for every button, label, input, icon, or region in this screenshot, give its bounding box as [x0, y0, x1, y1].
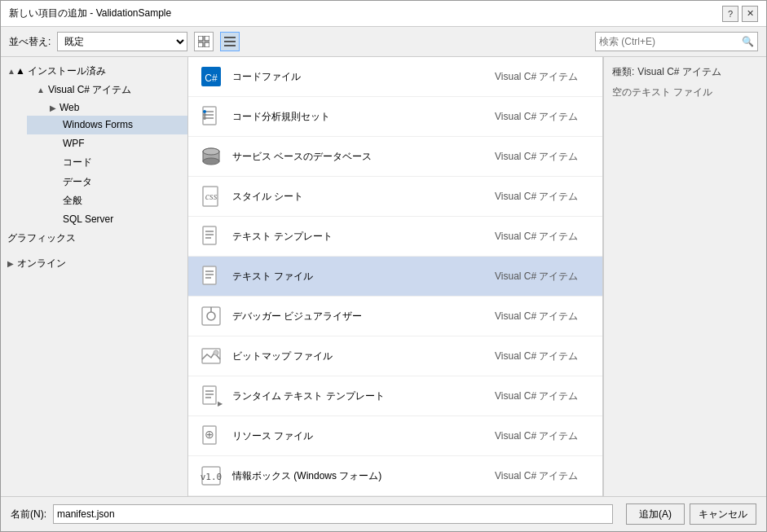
all-label: 全般: [63, 195, 82, 206]
visual-csharp-label: Visual C# アイテム: [48, 83, 131, 97]
item-category: Visual C# アイテム: [495, 389, 593, 403]
grid-icon: [198, 36, 209, 47]
item-name: ランタイム テキスト テンプレート: [232, 389, 495, 403]
list-item[interactable]: v1.0 情報ボックス (Windows フォーム) Visual C# アイテ…: [188, 456, 602, 496]
list-icon: [224, 36, 236, 47]
preview-description: 空のテキスト ファイル: [612, 86, 758, 99]
sort-select[interactable]: 既定 名前順 種類順: [57, 32, 187, 51]
search-input[interactable]: [599, 36, 742, 47]
sidebar-item-sql-server[interactable]: SQL Server: [27, 210, 187, 229]
svg-text:⊕: ⊕: [205, 428, 214, 441]
sidebar-item-data[interactable]: データ: [27, 173, 187, 191]
web-label: Web: [60, 102, 79, 113]
item-category: Visual C# アイテム: [495, 230, 593, 244]
web-header[interactable]: ▶ Web: [27, 99, 187, 116]
svg-point-19: [203, 148, 219, 155]
svg-point-15: [203, 117, 206, 120]
type-label: 種類:: [612, 65, 634, 79]
item-name: スタイル シート: [232, 190, 495, 204]
sidebar-item-all[interactable]: 全般: [27, 191, 187, 210]
title-bar: 新しい項目の追加 - ValidationSample ? ✕: [1, 1, 766, 27]
sidebar-item-windows-forms[interactable]: Windows Forms: [27, 116, 187, 134]
item-name: リソース ファイル: [232, 429, 495, 443]
item-category: Visual C# アイテム: [495, 190, 593, 204]
svg-point-13: [203, 110, 206, 113]
item-icon: v1.0: [198, 463, 224, 489]
type-value: Visual C# アイテム: [637, 65, 721, 79]
list-item[interactable]: テキスト テンプレート Visual C# アイテム: [188, 217, 602, 257]
list-item[interactable]: デバッガー ビジュアライザー Visual C# アイテム: [188, 297, 602, 336]
graphics-label: グラフィックス: [7, 232, 76, 244]
svg-point-34: [214, 350, 218, 355]
item-category: Visual C# アイテム: [495, 310, 593, 323]
svg-rect-35: [203, 386, 216, 404]
installed-expand-icon: ▲: [7, 67, 15, 76]
item-category: Visual C# アイテム: [495, 350, 593, 363]
online-header[interactable]: ▶ オンライン: [1, 254, 187, 273]
svg-rect-22: [203, 226, 216, 244]
wpf-label: WPF: [63, 138, 85, 149]
grid-view-button[interactable]: [194, 32, 214, 51]
item-name: デバッガー ビジュアライザー: [232, 310, 495, 323]
sql-server-label: SQL Server: [63, 213, 113, 225]
item-name: テキスト ファイル: [232, 270, 495, 284]
list-item[interactable]: css スタイル シート Visual C# アイテム: [188, 177, 602, 217]
item-name: テキスト テンプレート: [232, 230, 495, 244]
item-icon: C#: [198, 64, 224, 90]
svg-rect-3: [205, 42, 209, 47]
visual-csharp-section: ▲ Visual C# アイテム ▶ Web Windows Forms WPF: [1, 81, 187, 229]
list-item[interactable]: サービス ベースのデータベース Visual C# アイテム: [188, 137, 602, 177]
svg-rect-6: [224, 45, 236, 46]
sidebar-item-code[interactable]: コード: [27, 153, 187, 172]
windows-forms-label: Windows Forms: [63, 119, 133, 130]
installed-header[interactable]: ▲ ▲ インストール済み: [1, 62, 187, 81]
list-item[interactable]: ⊕ リソース ファイル Visual C# アイテム: [188, 416, 602, 456]
svg-rect-0: [198, 36, 203, 41]
visual-csharp-expand-icon: ▲: [37, 86, 45, 95]
svg-point-18: [203, 158, 219, 165]
list-view-button[interactable]: [220, 32, 240, 51]
item-icon: [198, 103, 224, 130]
main-content: ▲ ▲ インストール済み ▲ Visual C# アイテム ▶ Web Wind…: [1, 57, 766, 496]
item-icon: css: [198, 183, 224, 209]
list-item[interactable]: C# コードファイル Visual C# アイテム: [188, 57, 602, 97]
online-expand-icon: ▶: [7, 259, 14, 268]
item-icon: [198, 343, 224, 369]
item-icon: ⊕: [198, 423, 224, 449]
preview-type-row: 種類: Visual C# アイテム: [612, 65, 758, 79]
dialog: 新しい項目の追加 - ValidationSample ? ✕ 並べ替え: 既定…: [0, 0, 767, 532]
list-item[interactable]: コード分析規則セット Visual C# アイテム: [188, 97, 602, 137]
item-icon: [198, 223, 224, 249]
filename-input[interactable]: [53, 504, 613, 524]
item-category: Visual C# アイテム: [495, 429, 593, 443]
svg-text:▶: ▶: [218, 400, 223, 407]
cancel-button[interactable]: キャンセル: [690, 503, 756, 525]
svg-rect-4: [224, 37, 236, 38]
visual-csharp-header[interactable]: ▲ Visual C# アイテム: [14, 81, 187, 99]
item-category: Visual C# アイテム: [495, 110, 593, 124]
close-button[interactable]: ✕: [742, 6, 758, 22]
item-icon: ▶: [198, 383, 224, 409]
list-item[interactable]: テキスト ファイル Visual C# アイテム: [188, 257, 602, 297]
installed-label: ▲ インストール済み: [15, 64, 106, 78]
item-category: Visual C# アイテム: [495, 469, 593, 483]
item-list: C# コードファイル Visual C# アイテム コード分析規則セット Vis…: [188, 57, 603, 496]
list-item[interactable]: ビットマップ ファイル Visual C# アイテム: [188, 336, 602, 376]
search-icon: 🔍: [742, 36, 754, 47]
item-name: コード分析規則セット: [232, 110, 495, 124]
svg-rect-1: [205, 36, 209, 41]
svg-text:C#: C#: [205, 73, 218, 84]
sidebar-item-wpf[interactable]: WPF: [27, 134, 187, 153]
svg-point-14: [203, 113, 206, 117]
code-label: コード: [63, 156, 92, 168]
item-name: 情報ボックス (Windows フォーム): [232, 469, 495, 483]
item-icon: [198, 143, 224, 169]
list-item[interactable]: ▶ ランタイム テキスト テンプレート Visual C# アイテム: [188, 376, 602, 416]
sidebar-item-graphics[interactable]: グラフィックス: [1, 229, 187, 248]
data-label: データ: [63, 176, 92, 187]
search-box: 🔍: [595, 32, 758, 51]
filename-label: 名前(N):: [11, 508, 46, 521]
add-button[interactable]: 追加(A): [626, 503, 685, 525]
bottom-bar: 名前(N): 追加(A) キャンセル: [1, 496, 766, 531]
help-button[interactable]: ?: [722, 6, 738, 22]
